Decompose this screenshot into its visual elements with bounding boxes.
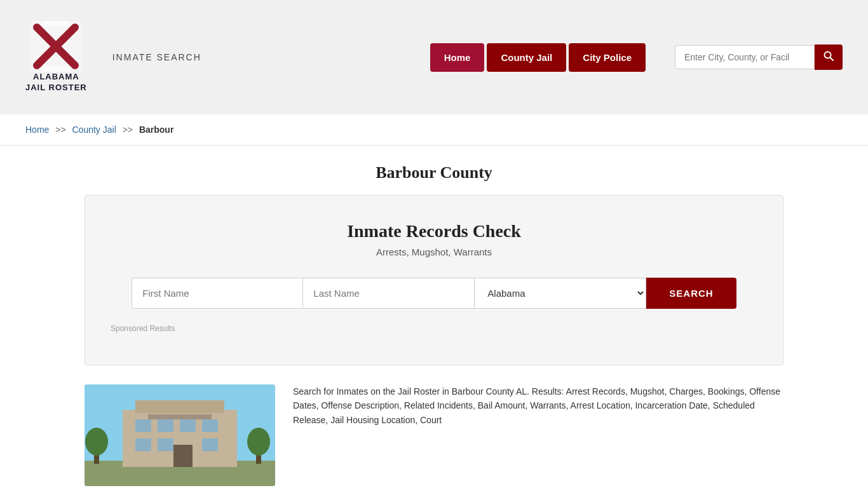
sponsored-results-label: Sponsored Results [111,324,757,333]
state-select[interactable]: AlabamaAlaskaArizonaArkansasCaliforniaCo… [475,278,646,309]
svg-rect-15 [135,438,151,451]
inmate-search-label: INMATE SEARCH [112,52,201,62]
svg-point-23 [247,428,270,456]
county-building-image [85,384,275,486]
svg-rect-4 [42,67,70,72]
svg-rect-3 [42,21,70,26]
bottom-section: Search for Inmates on the Jail Roster in… [85,384,783,488]
svg-rect-10 [135,400,224,413]
svg-rect-14 [202,419,218,432]
header-search-input[interactable] [675,45,815,69]
breadcrumb-sep-1: >> [55,125,65,135]
first-name-input[interactable] [132,278,303,309]
main-nav: Home County Jail City Police [430,43,646,72]
nav-county-jail-button[interactable]: County Jail [487,43,566,72]
building-illustration [85,384,275,486]
svg-line-6 [831,58,834,61]
breadcrumb-home-link[interactable]: Home [25,125,49,135]
alabama-flag-icon [31,21,81,72]
breadcrumb-current: Barbour [139,125,173,135]
records-check-box: Inmate Records Check Arrests, Mugshot, W… [85,195,783,365]
nav-home-button[interactable]: Home [430,43,485,72]
bottom-description: Search for Inmates on the Jail Roster in… [293,384,783,427]
header-search-button[interactable] [815,44,843,70]
svg-rect-18 [173,445,193,467]
svg-rect-16 [158,438,173,451]
svg-rect-13 [180,419,196,432]
search-icon [824,51,834,61]
records-check-subtitle: Arrests, Mugshot, Warrants [111,247,757,257]
breadcrumb: Home >> County Jail >> Barbour [0,114,868,146]
page-title: Barbour County [0,146,868,195]
svg-point-21 [85,428,108,456]
svg-rect-17 [202,438,218,451]
records-check-title: Inmate Records Check [111,221,757,241]
svg-rect-12 [158,419,173,432]
records-search-row: AlabamaAlaskaArizonaArkansasCaliforniaCo… [111,278,757,309]
header: ALABAMA JAIL ROSTER INMATE SEARCH Home C… [0,0,868,114]
breadcrumb-county-jail-link[interactable]: County Jail [72,125,116,135]
nav-city-police-button[interactable]: City Police [569,43,646,72]
header-search-area [675,44,843,70]
breadcrumb-sep-2: >> [123,125,133,135]
svg-rect-11 [135,419,151,432]
last-name-input[interactable] [303,278,475,309]
logo-text: ALABAMA JAIL ROSTER [25,72,87,93]
records-search-button[interactable]: SEARCH [646,278,736,309]
logo-link[interactable]: ALABAMA JAIL ROSTER [25,21,87,93]
svg-rect-19 [148,414,212,419]
